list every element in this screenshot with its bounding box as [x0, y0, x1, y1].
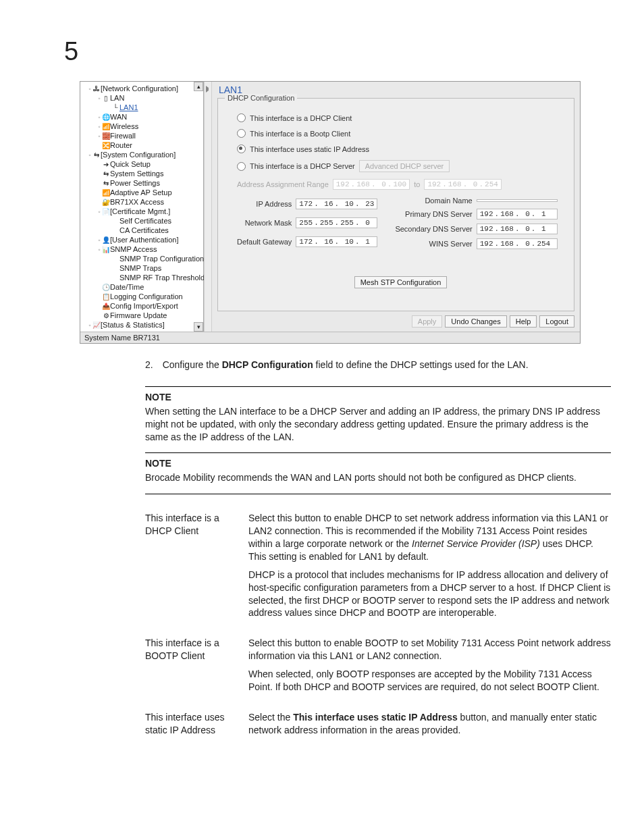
tree-node-label: Date/Time — [110, 283, 144, 291]
tree-item[interactable]: SNMP Trap Configuration — [87, 254, 203, 263]
tree-node-icon: └ — [111, 104, 119, 111]
tree-toggle-icon[interactable]: ◦ — [87, 85, 92, 93]
param-row: This interface uses static IP AddressSel… — [145, 711, 611, 742]
step-2: 2. Configure the DHCP Configuration fiel… — [145, 359, 611, 371]
tree-node-icon: 🔐 — [102, 199, 110, 206]
nav-tree[interactable]: ▴ ▾ ◦🖧[Network Configuration]◦▯LAN└LAN1◦… — [80, 82, 204, 332]
tree-item[interactable]: 🕒Date/Time — [87, 282, 203, 292]
scroll-down-icon[interactable]: ▾ — [194, 322, 203, 332]
tree-node-icon: 🖧 — [92, 85, 101, 93]
gateway-label: Default Gateway — [237, 238, 292, 246]
tree-item[interactable]: 📤Config Import/Export — [87, 301, 203, 311]
tree-node-icon: 📄 — [102, 208, 110, 215]
tree-item[interactable]: ◦🌐WAN — [87, 112, 203, 122]
tree-node-label: LAN — [110, 94, 124, 102]
param-row: This interface is a DHCP ClientSelect th… — [145, 512, 611, 625]
tree-toggle-icon[interactable]: ◦ — [97, 208, 102, 215]
tree-toggle-icon[interactable]: ◦ — [97, 132, 102, 140]
tree-node-icon: 🌐 — [102, 113, 110, 121]
to-label: to — [414, 180, 420, 188]
apply-button[interactable]: Apply — [412, 315, 443, 328]
splitter-handle[interactable] — [204, 82, 212, 332]
addr-range-label: Address Assignment Range — [237, 180, 329, 188]
tree-item[interactable]: ◦🖧[Network Configuration] — [87, 84, 203, 93]
tree-toggle-icon[interactable]: ◦ — [97, 246, 102, 253]
advanced-dhcp-button[interactable]: Advanced DHCP server — [359, 160, 450, 172]
ip-address-label: IP Address — [237, 200, 292, 208]
tree-toggle-icon[interactable]: ◦ — [87, 151, 92, 159]
tree-toggle-icon[interactable]: ◦ — [97, 95, 102, 102]
tree-node-label: SNMP Traps — [119, 264, 161, 272]
tree-item[interactable]: ◦📄[Certificate Mgmt.] — [87, 207, 203, 216]
tree-node-icon: 🧱 — [102, 132, 110, 140]
tree-item[interactable]: 🔐BR71XX Access — [87, 197, 203, 207]
tree-item[interactable]: SNMP Traps — [87, 263, 203, 273]
tree-toggle-icon[interactable]: ◦ — [87, 321, 92, 329]
primary-dns-label: Primary DNS Server — [395, 210, 472, 218]
tree-item[interactable]: Self Certificates — [87, 216, 203, 226]
domain-name-label: Domain Name — [395, 197, 472, 205]
tree-node-label: Firmware Update — [110, 311, 167, 319]
tree-node-icon: 📋 — [102, 293, 110, 301]
step-text: Configure the DHCP Configuration field t… — [163, 359, 529, 371]
tree-node-label: Config Import/Export — [110, 302, 178, 310]
gui-window: ▴ ▾ ◦🖧[Network Configuration]◦▯LAN└LAN1◦… — [80, 81, 581, 344]
tree-item[interactable]: └LAN1 — [87, 103, 203, 112]
tree-node-icon: 📤 — [102, 303, 110, 310]
tree-item[interactable]: ◦📶Wireless — [87, 122, 203, 131]
tree-node-label: BR71XX Access — [110, 198, 164, 206]
tree-item[interactable]: 📋Logging Configuration — [87, 292, 203, 301]
tree-node-icon: 📶 — [102, 123, 110, 130]
radio-bootp-client[interactable] — [237, 129, 246, 138]
tree-toggle-icon[interactable]: ◦ — [97, 113, 102, 121]
param-desc: Select this button to enable DHCP to set… — [248, 512, 611, 625]
tree-item[interactable]: ◦📈[Status & Statistics] — [87, 320, 203, 330]
tree-item[interactable]: CA Certificates — [87, 226, 203, 235]
ip-address-input[interactable]: 172 . 16 . 10 . 23 — [296, 199, 377, 209]
tree-item[interactable]: ◦🧱Firewall — [87, 131, 203, 140]
domain-name-input[interactable] — [477, 199, 558, 202]
tree-node-label: Adaptive AP Setup — [110, 188, 172, 197]
tree-item[interactable]: ◦📊SNMP Access — [87, 244, 203, 254]
tree-node-label: [Certificate Mgmt.] — [110, 207, 170, 215]
param-term: This interface is a DHCP Client — [145, 512, 236, 625]
radio-bootp-client-label: This interface is a Bootp Client — [250, 130, 350, 138]
tree-node-icon: 📈 — [92, 321, 101, 329]
tree-item[interactable]: 📶Adaptive AP Setup — [87, 188, 203, 197]
tree-node-label: Wireless — [110, 122, 138, 130]
tree-item[interactable]: ◦👤[User Authentication] — [87, 235, 203, 244]
wins-label: WINS Server — [395, 240, 472, 248]
radio-dhcp-server[interactable] — [237, 162, 246, 171]
netmask-input[interactable]: 255 . 255 . 255 . 0 — [296, 217, 377, 228]
undo-changes-button[interactable]: Undo Changes — [445, 315, 506, 328]
wins-input[interactable]: 192 . 168 . 0 . 254 — [477, 238, 558, 249]
help-button[interactable]: Help — [510, 315, 537, 328]
addr-range-from-input[interactable]: 192 . 168 . 0 . 100 — [333, 179, 410, 190]
primary-dns-input[interactable]: 192 . 168 . 0 . 1 — [477, 209, 558, 219]
note-body: Brocade Mobility recommends the WAN and … — [145, 471, 611, 484]
logout-button[interactable]: Logout — [539, 315, 574, 328]
tree-node-label: CA Certificates — [119, 226, 169, 234]
tree-item[interactable]: ➔Quick Setup — [87, 159, 203, 169]
mesh-stp-button[interactable]: Mesh STP Configuration — [354, 276, 448, 288]
radio-dhcp-server-label: This interface is a DHCP Server — [250, 162, 355, 170]
tree-item[interactable]: ◦▯LAN — [87, 93, 203, 103]
tree-item[interactable]: ⇆System Settings — [87, 169, 203, 178]
addr-range-to-input[interactable]: 192 . 168 . 0 . 254 — [424, 179, 501, 190]
tree-node-label: Quick Setup — [110, 160, 151, 168]
tree-item[interactable]: ⇆Power Settings — [87, 178, 203, 188]
tree-node-label: System Settings — [110, 170, 163, 178]
tree-item[interactable]: ◦⇆[System Configuration] — [87, 150, 203, 159]
tree-toggle-icon[interactable]: ◦ — [97, 236, 102, 244]
tree-node-label: [User Authentication] — [110, 236, 179, 244]
radio-static-ip[interactable] — [237, 145, 246, 153]
tree-item[interactable]: 🔀Router — [87, 140, 203, 150]
secondary-dns-input[interactable]: 192 . 168 . 0 . 1 — [477, 224, 558, 234]
gateway-input[interactable]: 172 . 16 . 10 . 1 — [296, 236, 377, 247]
tree-item[interactable]: ⚙Firmware Update — [87, 311, 203, 320]
tree-node-label: [Network Configuration] — [101, 84, 178, 93]
tree-toggle-icon[interactable]: ◦ — [97, 123, 102, 130]
tree-item[interactable]: SNMP RF Trap Thresholds — [87, 273, 203, 282]
scroll-up-icon[interactable]: ▴ — [194, 82, 203, 91]
radio-dhcp-client[interactable] — [237, 113, 246, 122]
